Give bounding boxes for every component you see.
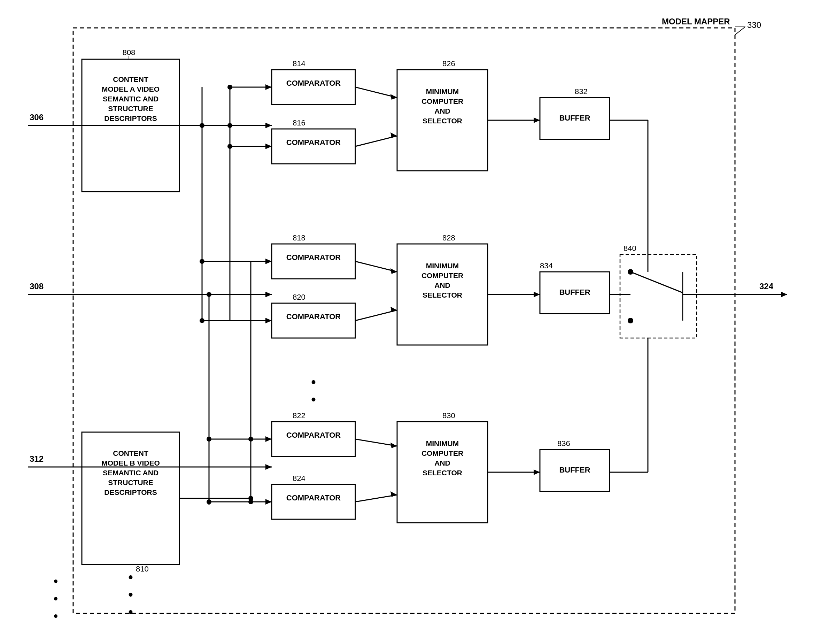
model-mapper-border	[73, 28, 735, 613]
conn-824-830	[355, 495, 397, 502]
min-826-label3: AND	[434, 107, 450, 115]
dots-bottom-left2: •	[54, 591, 58, 606]
ref-828: 828	[442, 233, 455, 242]
junction-308-1390	[207, 499, 211, 504]
ref-840: 840	[623, 244, 636, 253]
arrow-306-814	[265, 123, 272, 128]
ref-810: 810	[136, 564, 149, 573]
buffer-832-label: BUFFER	[559, 113, 590, 122]
junction-b-1380	[248, 496, 253, 501]
ref-830: 830	[442, 411, 455, 420]
dots-b2: •	[128, 587, 133, 602]
min-830-label2: COMPUTER	[421, 449, 463, 457]
junction-308-1210	[207, 437, 211, 442]
arrow-b-822	[265, 436, 272, 442]
content-model-b-label4: STRUCTURE	[108, 478, 153, 486]
ref-818: 818	[292, 233, 305, 242]
min-826-label2: COMPUTER	[421, 97, 463, 105]
arrow-308	[265, 292, 272, 297]
conn-816-826	[355, 136, 397, 146]
ref-822: 822	[292, 411, 305, 420]
ref-826: 826	[442, 59, 455, 68]
dots-b3: •	[128, 604, 133, 619]
conn-822-830	[355, 439, 397, 446]
arrow-a-814	[265, 84, 272, 90]
ref-306: 306	[30, 113, 44, 122]
ref-832: 832	[575, 87, 588, 96]
junction-306-870	[200, 318, 204, 323]
dots-middle2: •	[311, 392, 316, 407]
conn-814-826	[355, 87, 397, 98]
content-model-b-label5: DESCRIPTORS	[104, 488, 157, 496]
comparator-816-label: COMPARATOR	[286, 138, 341, 147]
dots-b1: •	[128, 569, 133, 585]
conn-820-828	[355, 310, 397, 320]
dots-bottom-left: •	[54, 574, 58, 588]
model-mapper-ref: 330	[747, 20, 761, 30]
ref-824: 824	[292, 474, 305, 483]
ref-808: 808	[122, 48, 136, 57]
ref-324: 324	[759, 282, 774, 291]
switch-contact-bottom	[628, 318, 633, 324]
comparator-822-label: COMPARATOR	[286, 431, 341, 439]
switch-840-border	[620, 255, 697, 338]
content-model-a-label: CONTENT	[113, 75, 149, 83]
comparator-814-label: COMPARATOR	[286, 79, 341, 87]
min-828-label2: COMPUTER	[421, 271, 463, 279]
junction-a-200	[227, 85, 232, 90]
min-826-label4: SELECTOR	[423, 117, 462, 125]
arrow-824-830	[390, 491, 397, 497]
junction-a-370	[227, 144, 232, 149]
min-830-label3: AND	[434, 459, 450, 467]
content-model-a-label3: SEMANTIC AND	[103, 95, 158, 103]
junction-306-310	[200, 123, 204, 128]
arrow-830-836	[534, 469, 540, 475]
min-828-label4: SELECTOR	[423, 291, 462, 299]
min-828-label3: AND	[434, 281, 450, 289]
ref-308: 308	[30, 282, 44, 291]
junction-306-700	[200, 259, 204, 264]
min-830-label1: MINIMUM	[426, 439, 459, 448]
dots-bottom-left3: •	[54, 609, 58, 623]
ref-816: 816	[292, 118, 305, 127]
arrow-306-818	[265, 259, 272, 264]
min-828-label1: MINIMUM	[426, 262, 459, 270]
junction-308-795	[207, 292, 211, 297]
dots-middle1: •	[311, 374, 316, 389]
switch-lever	[631, 272, 683, 293]
ref-836: 836	[557, 439, 570, 448]
buffer-834-label: BUFFER	[559, 288, 590, 297]
comparator-820-label: COMPARATOR	[286, 312, 341, 321]
model-mapper-title: MODEL MAPPER	[662, 17, 730, 26]
arrow-b-824	[265, 499, 272, 504]
ref-820: 820	[292, 293, 305, 301]
diagram-container: MODEL MAPPER 330 808 CONTENT MODEL A VID…	[28, 17, 787, 627]
content-model-a-label5: DESCRIPTORS	[104, 114, 157, 122]
content-model-b-label3: SEMANTIC AND	[103, 469, 158, 477]
junction-a-310	[227, 123, 232, 128]
arrow-826-832	[534, 117, 540, 123]
arrow-306-820	[265, 318, 272, 324]
ref-814: 814	[292, 59, 305, 68]
svg-line-1	[735, 27, 745, 35]
arrow-output	[781, 292, 787, 297]
buffer-836-label: BUFFER	[559, 466, 590, 474]
comparator-824-label: COMPARATOR	[286, 494, 341, 502]
min-830-label4: SELECTOR	[423, 469, 462, 477]
conn-818-828	[355, 261, 397, 272]
content-model-a-label2: MODEL A VIDEO	[102, 85, 159, 93]
arrow-822-830	[390, 443, 397, 448]
content-model-b-label: CONTENT	[113, 449, 149, 457]
content-model-a-label4: STRUCTURE	[108, 104, 153, 113]
content-model-b-label2: MODEL B VIDEO	[101, 459, 160, 467]
ref-834: 834	[540, 261, 553, 270]
arrow-a-816	[265, 144, 272, 149]
ref-312: 312	[30, 454, 44, 463]
min-826-label1: MINIMUM	[426, 87, 459, 95]
arrow-312	[265, 464, 272, 470]
arrow-828-834	[534, 292, 540, 297]
comparator-818-label: COMPARATOR	[286, 253, 341, 262]
